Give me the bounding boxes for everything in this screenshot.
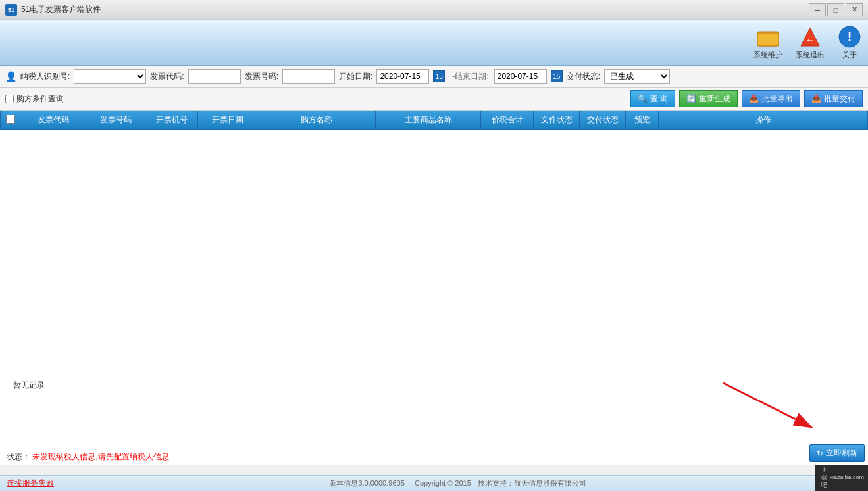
toolbar-icons: 系统维护 ← 系统退出 ! 关于 — [753, 25, 861, 60]
about-icon: ! — [838, 25, 861, 49]
th-jphm: 开票机号 — [145, 111, 198, 130]
watermark: 下载吧 xiazaiba.com — [815, 465, 868, 491]
about-button[interactable]: ! 关于 — [838, 25, 861, 60]
th-kprq: 开票日期 — [198, 111, 257, 130]
search-bar: 👤 纳税人识别号: 发票代码: 发票号码: 开始日期: 15 ~结束日期: 15… — [0, 66, 868, 88]
th-gfmc: 购方名称 — [257, 111, 376, 130]
th-yl: 预览 — [626, 111, 659, 130]
exit-icon: ← — [798, 25, 822, 49]
status-bar: 状态： 未发现纳税人信息,请先配置纳税人信息 — [0, 449, 868, 465]
svg-text:!: ! — [848, 29, 852, 43]
system-maintain-button[interactable]: 系统维护 — [753, 25, 782, 60]
action-bar: 购方条件查询 🔍 查 询 🔄 重新生成 📤 批量导出 📤 批量交付 — [0, 88, 868, 111]
close-button[interactable]: ✕ — [846, 3, 863, 16]
system-maintain-label: 系统维护 — [753, 50, 782, 60]
svg-rect-2 — [757, 33, 779, 46]
table-header-row: 发票代码 发票号码 开票机号 开票日期 购方名称 主要商品名称 — [1, 111, 868, 130]
conn-error-text[interactable]: 连接服务失败 — [7, 478, 54, 489]
invoice-code-input[interactable] — [188, 69, 241, 84]
app-title: 51电子发票客户端软件 — [21, 4, 809, 15]
status-message: 未发现纳税人信息,请先配置纳税人信息 — [32, 452, 168, 461]
invoice-code-label: 发票代码: — [150, 71, 184, 82]
window-controls: ─ □ ✕ — [809, 3, 863, 16]
deliver-icon: 📤 — [811, 94, 821, 103]
th-cz: 操作 — [659, 111, 868, 130]
taxpayer-label: 纳税人识别号: — [20, 71, 70, 82]
th-spmc: 主要商品名称 — [376, 111, 481, 130]
export-icon: 📤 — [749, 94, 759, 103]
th-fpdm: 发票代码 — [20, 111, 86, 130]
th-jshj: 价税合计 — [481, 111, 534, 130]
th-fphm: 发票号码 — [86, 111, 145, 130]
invoice-no-input[interactable] — [282, 69, 335, 84]
minimize-button[interactable]: ─ — [809, 3, 826, 16]
refresh-button[interactable]: ↻ 立即刷新 — [809, 444, 865, 462]
status-label: 状态： — [7, 452, 30, 461]
end-date-input[interactable] — [494, 69, 547, 84]
invoice-table: 发票代码 发票号码 开票机号 开票日期 购方名称 主要商品名称 — [0, 111, 868, 130]
about-label: 关于 — [842, 50, 857, 60]
system-exit-button[interactable]: ← 系统退出 — [796, 25, 825, 60]
buyer-condition-checkbox[interactable] — [5, 95, 14, 103]
svg-text:←: ← — [805, 35, 815, 45]
maximize-button[interactable]: □ — [827, 3, 844, 16]
export-button[interactable]: 📤 批量导出 — [742, 90, 800, 107]
th-jfzt: 交付状态 — [580, 111, 626, 130]
folder-icon — [756, 25, 780, 49]
search-icon: 🔍 — [638, 94, 648, 103]
title-bar: 51 51电子发票客户端软件 ─ □ ✕ — [0, 0, 868, 20]
content-area: 暂无记录 状态： 未发现纳税人信息,请先配置纳税人信息 ↻ 立即刷新 — [0, 427, 868, 465]
th-wjzt: 文件状态 — [534, 111, 580, 130]
status-label: 交付状态: — [567, 71, 600, 82]
system-exit-label: 系统退出 — [796, 50, 825, 60]
regen-button[interactable]: 🔄 重新生成 — [679, 90, 738, 107]
deliver-button[interactable]: 📤 批量交付 — [804, 90, 863, 107]
regen-icon: 🔄 — [686, 94, 696, 103]
start-date-label: 开始日期: — [339, 71, 372, 82]
refresh-icon: ↻ — [817, 449, 823, 458]
toolbar-top: 系统维护 ← 系统退出 ! 关于 — [0, 20, 868, 66]
person-icon: 👤 — [5, 71, 16, 82]
no-record-text: 暂无记录 — [7, 375, 868, 396]
select-all-checkbox[interactable] — [6, 115, 15, 124]
version-text: 版本信息3.0.0000.9605 Copyright © 2015 - 技术支… — [329, 478, 586, 488]
taxpayer-select[interactable] — [74, 69, 146, 84]
app-icon: 51 — [5, 4, 17, 16]
start-date-input[interactable] — [376, 69, 429, 84]
query-button[interactable]: 🔍 查 询 — [630, 90, 675, 107]
invoice-no-label: 发票号码: — [245, 71, 278, 82]
status-select[interactable]: 已生成 全部 已交付 未交付 — [604, 69, 670, 84]
bottom-bar: 连接服务失败 版本信息3.0.0000.9605 Copyright © 201… — [0, 475, 868, 491]
date-separator: ~结束日期: — [450, 71, 488, 82]
end-date-picker-icon[interactable]: 15 — [551, 70, 563, 82]
buyer-condition-label[interactable]: 购方条件查询 — [5, 93, 626, 105]
th-check — [1, 111, 20, 130]
start-date-picker-icon[interactable]: 15 — [433, 70, 445, 82]
